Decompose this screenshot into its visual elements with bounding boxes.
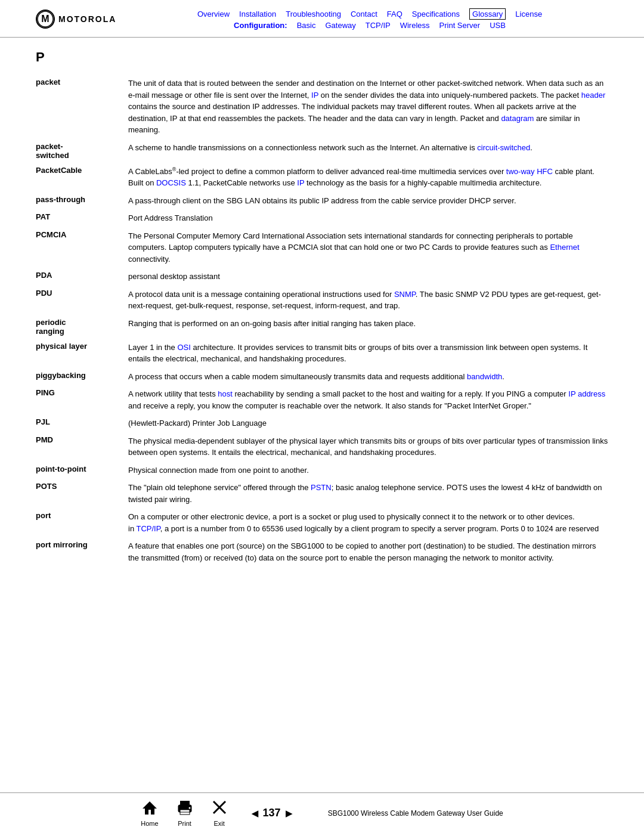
term-pjl: PJL xyxy=(36,414,128,432)
page-wrapper: M MOTOROLA Overview Installation Trouble… xyxy=(0,0,644,833)
nav-troubleshooting[interactable]: Troubleshooting xyxy=(286,10,341,18)
nav-specifications[interactable]: Specifications xyxy=(412,10,460,18)
term-pdu: PDU xyxy=(36,286,128,315)
nav-glossary[interactable]: Glossary xyxy=(469,8,506,20)
link-osi[interactable]: OSI xyxy=(177,343,190,352)
def-port-mirroring: A feature that enables one port (source)… xyxy=(128,537,608,566)
link-ip[interactable]: IP xyxy=(311,91,318,100)
header: M MOTOROLA Overview Installation Trouble… xyxy=(0,0,644,38)
table-row: piggybacking A process that occurs when … xyxy=(36,368,608,386)
def-pcmcia: The Personal Computer Memory Card Intern… xyxy=(128,227,608,268)
link-host[interactable]: host xyxy=(218,389,233,398)
nav-overview[interactable]: Overview xyxy=(197,10,230,18)
def-piggybacking: A process that occurs when a cable modem… xyxy=(128,368,608,386)
exit-label: Exit xyxy=(213,820,224,827)
nav-config-gateway[interactable]: Gateway xyxy=(325,21,355,30)
logo-text: MOTOROLA xyxy=(58,14,116,24)
next-page-button[interactable]: ▶ xyxy=(286,809,292,818)
link-tcpip[interactable]: TCP/IP xyxy=(137,524,160,533)
term-piggybacking: piggybacking xyxy=(36,368,128,386)
table-row: packet-switched A scheme to handle trans… xyxy=(36,139,608,163)
nav-faq[interactable]: FAQ xyxy=(387,10,402,18)
table-row: periodicranging Ranging that is performe… xyxy=(36,315,608,339)
link-circuit-switched[interactable]: circuit-switched xyxy=(477,143,530,152)
term-packetcable: PacketCable xyxy=(36,163,128,192)
link-two-way-hfc[interactable]: two-way HFC xyxy=(506,167,553,176)
nav-row-config: Configuration: Basic Gateway TCP/IP Wire… xyxy=(234,21,506,30)
home-label: Home xyxy=(141,820,158,827)
term-ping: PING xyxy=(36,385,128,414)
home-button[interactable]: Home xyxy=(141,799,158,827)
term-periodic-ranging: periodicranging xyxy=(36,315,128,339)
exit-button[interactable]: Exit xyxy=(211,799,228,827)
def-pots: The "plain old telephone service" offere… xyxy=(128,479,608,508)
page-number-area: ◀ 137 ▶ xyxy=(252,807,292,819)
nav-license[interactable]: License xyxy=(515,10,542,18)
glossary-table: packet The unit of data that is routed b… xyxy=(36,75,608,566)
term-pda: PDA xyxy=(36,268,128,286)
footer: Home Print xyxy=(0,792,644,833)
term-pmd: PMD xyxy=(36,432,128,462)
link-ip-packetcable[interactable]: IP xyxy=(297,178,304,187)
link-header[interactable]: header xyxy=(581,91,605,100)
def-pjl: (Hewlett-Packard) Printer Job Language xyxy=(128,414,608,432)
svg-point-8 xyxy=(188,807,190,809)
table-row: PAT Port Address Translation xyxy=(36,209,608,227)
def-ping: A network utility that tests host reacha… xyxy=(128,385,608,414)
term-port: port xyxy=(36,508,128,537)
table-row: PDA personal desktop assistant xyxy=(36,268,608,286)
svg-text:M: M xyxy=(41,14,49,24)
nav-config-tcpip[interactable]: TCP/IP xyxy=(366,21,391,30)
motorola-logo: M MOTOROLA xyxy=(36,10,116,29)
link-datagram[interactable]: datagram xyxy=(501,114,534,123)
table-row: packet The unit of data that is routed b… xyxy=(36,75,608,139)
table-row: PMD The physical media-dependent sublaye… xyxy=(36,432,608,462)
nav-contact[interactable]: Contact xyxy=(351,10,377,18)
footer-title: SBG1000 Wireless Cable Modem Gateway Use… xyxy=(328,809,503,817)
print-label: Print xyxy=(178,820,191,827)
link-docsis[interactable]: DOCSIS xyxy=(156,178,186,187)
def-packetcable: A CableLabs®-led project to define a com… xyxy=(128,163,608,192)
section-letter: P xyxy=(36,49,608,65)
table-row: pass-through A pass-through client on th… xyxy=(36,192,608,210)
term-packet: packet xyxy=(36,75,128,139)
table-row: port mirroring A feature that enables on… xyxy=(36,537,608,566)
def-pda: personal desktop assistant xyxy=(128,268,608,286)
table-row: physical layer Layer 1 in the OSI archit… xyxy=(36,339,608,368)
motorola-circle-icon: M xyxy=(36,10,55,29)
nav-installation[interactable]: Installation xyxy=(239,10,276,18)
def-pass-through: A pass-through client on the SBG LAN obt… xyxy=(128,192,608,210)
def-packet: The unit of data that is routed between … xyxy=(128,75,608,139)
nav-config-basic[interactable]: Basic xyxy=(297,21,316,30)
nav-config-printserver[interactable]: Print Server xyxy=(439,21,481,30)
logo-area: M MOTOROLA xyxy=(36,10,131,29)
table-row: POTS The "plain old telephone service" o… xyxy=(36,479,608,508)
link-bandwidth[interactable]: bandwidth xyxy=(467,372,502,381)
term-pots: POTS xyxy=(36,479,128,508)
term-pass-through: pass-through xyxy=(36,192,128,210)
def-periodic-ranging: Ranging that is performed on an on-going… xyxy=(128,315,608,339)
link-snmp[interactable]: SNMP xyxy=(394,290,416,299)
prev-page-button[interactable]: ◀ xyxy=(252,809,258,818)
term-pcmcia: PCMCIA xyxy=(36,227,128,268)
nav-config-wireless[interactable]: Wireless xyxy=(400,21,430,30)
term-port-mirroring: port mirroring xyxy=(36,537,128,566)
nav-config-usb[interactable]: USB xyxy=(490,21,506,30)
page-number: 137 xyxy=(263,807,281,819)
def-physical-layer: Layer 1 in the OSI architecture. It prov… xyxy=(128,339,608,368)
term-point-to-point: point-to-point xyxy=(36,462,128,479)
link-ip-address[interactable]: IP address xyxy=(568,389,605,398)
nav-links: Overview Installation Troubleshooting Co… xyxy=(131,8,608,30)
link-ethernet[interactable]: Ethernet xyxy=(550,243,579,252)
term-pat: PAT xyxy=(36,209,128,227)
def-pdu: A protocol data unit is a message contai… xyxy=(128,286,608,315)
link-pstn[interactable]: PSTN xyxy=(311,483,332,492)
print-button[interactable]: Print xyxy=(177,799,193,827)
def-pat: Port Address Translation xyxy=(128,209,608,227)
table-row: PJL (Hewlett-Packard) Printer Job Langua… xyxy=(36,414,608,432)
def-packet-switched: A scheme to handle transmissions on a co… xyxy=(128,139,608,163)
config-label: Configuration: xyxy=(234,21,287,30)
home-icon xyxy=(141,799,158,819)
def-point-to-point: Physical connection made from one point … xyxy=(128,462,608,479)
table-row: PING A network utility that tests host r… xyxy=(36,385,608,414)
